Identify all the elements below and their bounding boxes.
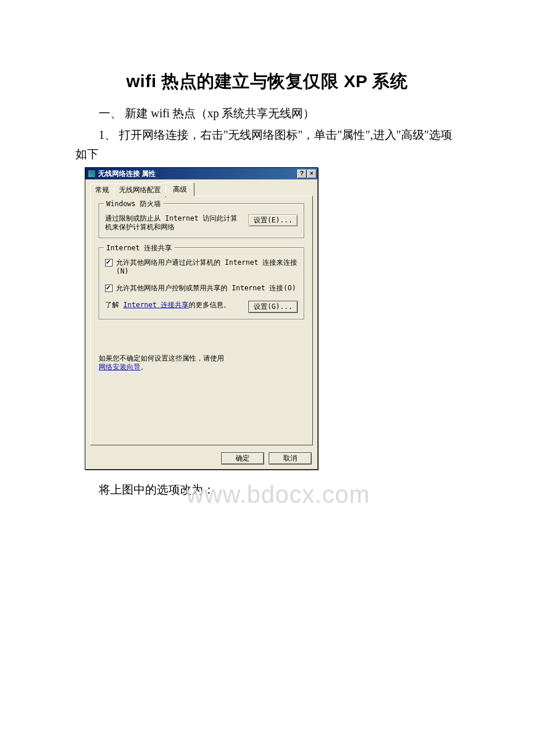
section-heading: 一、 新建 wifi 热点（xp 系统共享无线网） (75, 104, 459, 123)
dialog-titlebar: 无线网络连接 属性 ? × (85, 168, 317, 179)
close-button[interactable]: × (307, 170, 316, 178)
group-legend-firewall: Windows 防火墙 (104, 199, 163, 209)
step-1-text: 1、 打开网络连接，右击"无线网络图标"，单击"属性",进入"高级"选项如下 (75, 125, 459, 164)
ok-button[interactable]: 确定 (221, 452, 264, 465)
tab-wireless-config[interactable]: 无线网络配置 (114, 183, 166, 197)
tab-general[interactable]: 常规 (90, 183, 114, 197)
group-windows-firewall: Windows 防火墙 通过限制或防止从 Internet 访问此计算机来保护计… (99, 203, 304, 238)
cancel-button[interactable]: 取消 (269, 452, 312, 465)
wireless-icon (88, 170, 96, 178)
ics-more-prefix: 了解 (105, 301, 123, 309)
network-setup-wizard-link[interactable]: 网络安装向导 (99, 363, 140, 371)
checkbox-allow-share[interactable] (105, 259, 113, 267)
checkbox-allow-control-label: 允许其他网络用户控制或禁用共享的 Internet 连接(O) (116, 284, 298, 293)
document-title: wifi 热点的建立与恢复仅限 XP 系统 (75, 70, 459, 93)
ics-more-info: 了解 Internet 连接共享的更多信息。 (105, 301, 243, 309)
firewall-settings-button[interactable]: 设置(E)... (248, 214, 298, 226)
help-button[interactable]: ? (297, 170, 306, 178)
tab-strip: 常规 无线网络配置 高级 (85, 179, 317, 196)
ics-link[interactable]: Internet 连接共享 (123, 301, 189, 309)
ics-more-suffix: 的更多信息。 (189, 301, 230, 309)
screenshot-dialog-wrap: www.bdocx.com 无线网络连接 属性 ? × 常规 无线网络配置 高级 (85, 167, 318, 470)
dialog-title: 无线网络连接 属性 (98, 169, 156, 179)
dialog-button-bar: 确定 取消 (85, 449, 317, 469)
group-legend-ics: Internet 连接共享 (104, 243, 174, 253)
hint-prefix: 如果您不确定如何设置这些属性，请使用 (99, 354, 224, 362)
wizard-hint: 如果您不确定如何设置这些属性，请使用 网络安装向导。 (99, 354, 304, 372)
firewall-description: 通过限制或防止从 Internet 访问此计算机来保护计算机和网络 (105, 214, 243, 232)
hint-suffix: 。 (140, 363, 147, 371)
tab-panel-advanced: Windows 防火墙 通过限制或防止从 Internet 访问此计算机来保护计… (90, 196, 313, 445)
properties-dialog: 无线网络连接 属性 ? × 常规 无线网络配置 高级 Windows 防火墙 通 (85, 167, 318, 470)
caption-below-dialog: 将上图中的选项改为： (75, 480, 459, 499)
group-internet-connection-sharing: Internet 连接共享 允许其他网络用户通过此计算机的 Internet 连… (99, 247, 304, 319)
checkbox-allow-share-label: 允许其他网络用户通过此计算机的 Internet 连接来连接(N) (116, 258, 298, 276)
checkbox-allow-control[interactable] (105, 285, 113, 292)
ics-settings-button[interactable]: 设置(G)... (248, 301, 298, 313)
tab-advanced[interactable]: 高级 (165, 182, 194, 196)
